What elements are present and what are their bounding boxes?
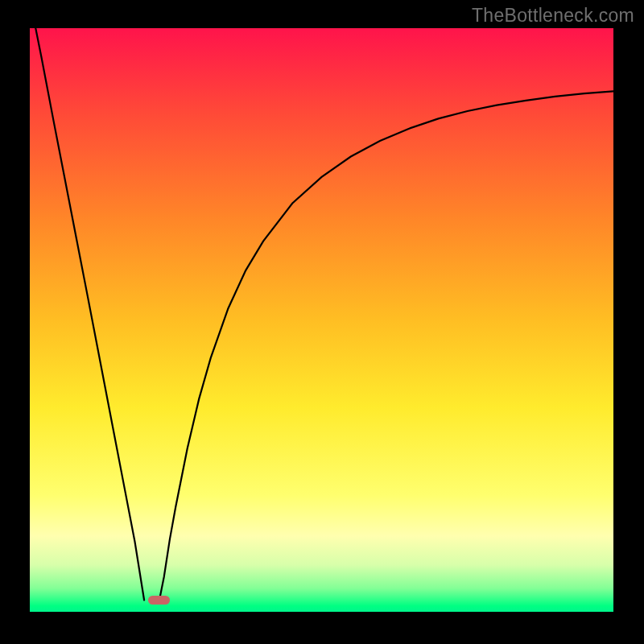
curve-right-branch	[159, 91, 613, 600]
bottleneck-curve	[30, 28, 613, 612]
chart-frame: TheBottleneck.com	[0, 0, 644, 644]
watermark-label: TheBottleneck.com	[472, 5, 634, 27]
curve-left-branch	[35, 28, 144, 601]
optimal-marker	[148, 596, 170, 605]
gradient-plot-area	[30, 28, 613, 612]
